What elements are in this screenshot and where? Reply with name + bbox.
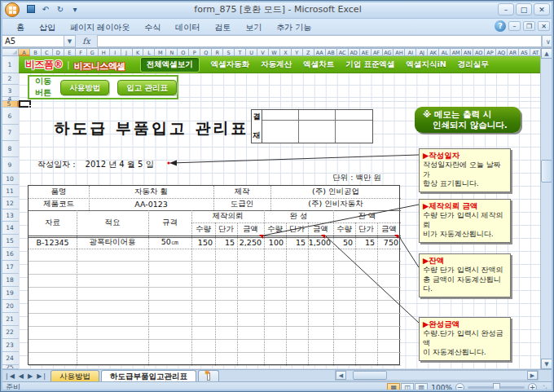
column-header[interactable]: F [76,48,87,56]
column-header[interactable]: C [42,48,53,56]
column-header[interactable]: AN [462,48,473,56]
column-header[interactable]: AR [508,48,519,56]
ribbon-tab[interactable]: 데이터 [168,19,207,35]
column-header[interactable]: Z [303,48,314,56]
column-header[interactable]: N [166,48,178,56]
active-cell-selection[interactable] [19,100,31,108]
info-value-code[interactable]: AA-0123 [89,198,213,210]
info-value-product[interactable]: 자동차 휠 [89,186,213,198]
column-header[interactable]: AL [439,48,451,56]
row-header[interactable]: 17 [1,261,19,274]
scroll-right-icon[interactable]: ▶ [527,371,538,380]
horizontal-scroll-thumb[interactable] [353,371,387,380]
info-value-maker[interactable]: (주) 인비공업 [270,186,401,198]
column-header[interactable]: O [178,48,189,56]
normal-view-icon[interactable]: ▦ [387,383,400,392]
scroll-up-icon[interactable]: ▲ [541,48,552,59]
tab-receipt-table[interactable]: 하도급부품입고관리표 [101,370,196,381]
row-header[interactable]: 1 [1,56,19,73]
receipt-table-button[interactable]: 입고 관리표 [117,80,177,95]
column-header[interactable]: AI [405,48,416,56]
row-header[interactable]: 3 [1,85,19,97]
column-header[interactable]: X [280,48,292,56]
data-cell-order-price[interactable]: 15 [215,236,237,249]
page-break-view-icon[interactable]: ▥ [415,383,428,392]
column-header[interactable]: V [257,48,269,56]
row-header[interactable]: 18 [1,274,19,287]
data-cell-complete-price[interactable]: 15 [286,236,308,249]
maximize-button[interactable]: □ [516,3,532,15]
column-header[interactable]: AS [519,48,530,56]
scroll-left-icon[interactable]: ◀ [336,371,346,380]
data-cell-complete-qty[interactable]: 100 [264,236,286,249]
ribbon-tab[interactable]: 수식 [137,19,168,35]
column-header[interactable]: AD [349,48,360,56]
column-header[interactable]: AB [326,48,337,56]
banner-menu-item[interactable]: 엑셀지식iN [407,59,446,70]
row-header[interactable]: 13 [1,209,19,222]
scroll-down-icon[interactable]: ▼ [541,359,552,369]
data-cell-order-amount[interactable]: 2,250 [237,236,264,249]
column-header[interactable]: K [133,48,144,56]
workbook-minimize-button[interactable]: – [508,21,521,31]
column-header[interactable]: S [223,48,235,56]
column-header[interactable]: AP [485,48,496,56]
last-sheet-icon[interactable]: ▶❘ [37,372,47,380]
resize-grip[interactable]: ⋱ [543,384,550,392]
data-cell-balance-amount[interactable]: 750 [377,236,401,249]
data-cell-complete-amount[interactable]: 1,500 [308,236,333,249]
row-header[interactable]: 22 [1,326,19,339]
data-cell-spec[interactable]: 50㎝ [148,236,191,249]
column-header[interactable]: Q [200,48,212,56]
column-header[interactable]: T [235,48,246,56]
row-header[interactable]: 20 [1,300,19,313]
column-header[interactable]: B [30,48,42,56]
banner-menu-item[interactable]: 경리실무 [458,59,489,70]
zoom-out-icon[interactable]: − [455,383,464,392]
column-header[interactable]: AC [337,48,349,56]
column-header[interactable]: A [19,48,30,56]
column-header[interactable]: L [143,48,155,56]
next-sheet-icon[interactable]: ▶ [28,372,33,380]
column-header[interactable]: J [121,48,133,56]
vertical-scrollbar[interactable]: ▲ ▼ [540,48,552,369]
ribbon-tab[interactable]: 검토 [207,19,238,35]
column-header[interactable]: R [212,48,223,56]
vertical-scroll-thumb[interactable] [541,160,552,183]
row-header[interactable]: 5 [1,101,19,108]
banner-menu-item[interactable]: 엑셀차트 [303,59,334,70]
ribbon-tab[interactable]: 홈 [9,19,32,35]
column-header[interactable]: AM [451,48,462,56]
row-header[interactable]: 15 [1,235,19,248]
column-header[interactable]: G [87,48,99,56]
row-header[interactable]: 12 [1,197,19,209]
insert-sheet-tab[interactable] [198,370,219,381]
workbook-restore-button[interactable]: ❐ [523,21,535,31]
data-cell-balance-price[interactable]: 15 [355,236,377,249]
row-header[interactable]: 10 [1,174,19,185]
row-header[interactable]: 11 [1,185,19,197]
row-header[interactable]: 24 [1,352,19,365]
column-header[interactable]: U [246,48,257,56]
row-header[interactable]: 6 [1,108,19,125]
column-header[interactable]: AK [428,48,439,56]
info-value-contractor[interactable]: (주) 인비자동차 [270,198,401,210]
horizontal-scrollbar[interactable]: ◀ ▶ [335,370,539,381]
prev-sheet-icon[interactable]: ◀ [19,372,24,380]
column-header[interactable]: W [269,48,280,56]
expand-formula-bar-icon[interactable]: ∨ [542,35,554,47]
insert-function-icon[interactable]: fx [76,35,97,47]
column-header[interactable]: AQ [496,48,508,56]
data-cell-balance-qty[interactable]: 50 [333,236,355,249]
column-header[interactable]: I [110,48,121,56]
banner-menu-item[interactable]: 엑셀자동화 [211,59,250,70]
page-layout-view-icon[interactable]: ◫ [401,383,414,392]
workbook-close-button[interactable]: ✕ [538,21,550,31]
column-header[interactable]: E [64,48,76,56]
ribbon-tab[interactable]: 보기 [238,19,269,35]
row-header[interactable]: 19 [1,287,19,300]
select-all-corner[interactable] [1,48,19,56]
row-header[interactable]: 16 [1,248,19,261]
usage-button[interactable]: 사용방법 [60,80,109,95]
row-header[interactable]: 8 [1,141,19,157]
